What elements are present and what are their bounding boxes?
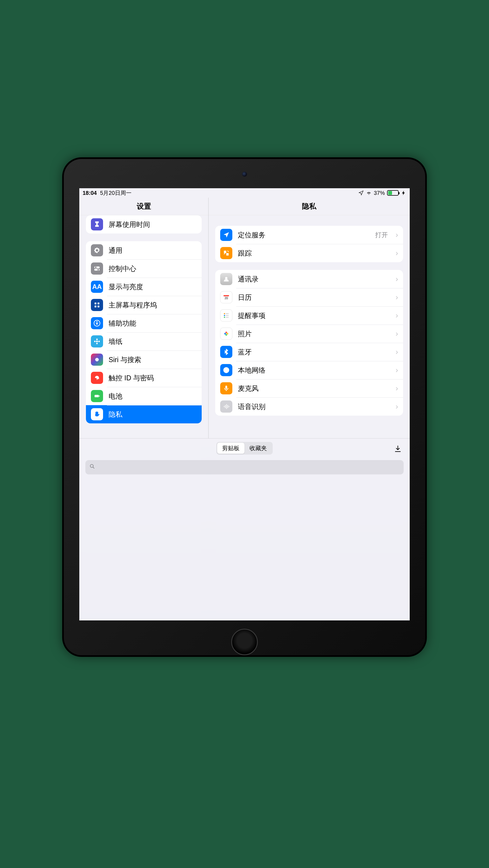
chevron-right-icon: › — [396, 384, 398, 393]
flower-icon — [91, 335, 103, 347]
panel-search-input[interactable] — [98, 464, 400, 471]
chevron-right-icon: › — [396, 275, 398, 283]
chevron-right-icon: › — [396, 311, 398, 320]
svg-point-14 — [98, 341, 100, 342]
panel-search-field[interactable] — [85, 460, 404, 474]
detail-item-local-network[interactable]: 本地网络 › — [215, 361, 403, 379]
sidebar-item-privacy[interactable]: 隐私 — [86, 405, 202, 423]
detail-item-label: 跟踪 — [238, 249, 388, 258]
chevron-right-icon: › — [396, 293, 398, 302]
waveform-icon — [220, 400, 232, 413]
detail-item-label: 本地网络 — [238, 366, 388, 375]
sidebar-group-screentime: 屏幕使用时间 — [86, 215, 202, 234]
gear-icon — [91, 244, 103, 256]
sidebar-item-screen-time[interactable]: 屏幕使用时间 — [86, 215, 202, 234]
detail-item-label: 麦克风 — [238, 384, 388, 393]
sidebar-item-label: 墙纸 — [109, 337, 197, 346]
ipad-device-frame: 18:04 5月20日周一 37% 设置 — [62, 157, 427, 657]
sidebar-item-display[interactable]: AA 显示与亮度 — [86, 278, 202, 296]
switches-icon — [91, 262, 103, 275]
svg-point-31 — [224, 333, 226, 335]
sidebar-item-label: 显示与亮度 — [109, 282, 197, 291]
battery-icon — [387, 190, 399, 196]
svg-rect-5 — [97, 303, 99, 304]
svg-rect-7 — [97, 306, 99, 307]
status-right: 37% — [358, 190, 406, 196]
svg-rect-36 — [225, 405, 226, 408]
detail-item-calendar[interactable]: 20 日历 › — [215, 288, 403, 306]
chevron-right-icon: › — [396, 329, 398, 338]
detail-item-location[interactable]: 定位服务 打开 › — [215, 226, 403, 244]
svg-rect-37 — [226, 404, 227, 409]
sidebar-item-control-center[interactable]: 控制中心 — [86, 259, 202, 278]
charging-icon — [401, 190, 406, 196]
sidebar-item-general[interactable]: 通用 — [86, 241, 202, 259]
sidebar-item-accessibility[interactable]: 辅助功能 — [86, 314, 202, 332]
tab-clipboard[interactable]: 剪贴板 — [217, 443, 244, 454]
globe-icon — [220, 364, 232, 376]
location-icon — [220, 229, 232, 241]
sidebar-item-label: Siri 与搜索 — [109, 355, 197, 364]
svg-point-9 — [96, 321, 97, 322]
detail-item-label: 语音识别 — [238, 402, 388, 411]
svg-rect-16 — [94, 395, 98, 397]
panel-segmented-control[interactable]: 剪贴板 收藏夹 — [216, 442, 273, 455]
download-icon[interactable] — [394, 445, 402, 455]
clipboard-panel: 剪贴板 收藏夹 — [79, 438, 410, 620]
svg-point-40 — [90, 465, 93, 468]
sidebar-item-home-screen[interactable]: 主屏幕与程序坞 — [86, 296, 202, 314]
sidebar-title: 设置 — [79, 197, 208, 215]
detail-item-contacts[interactable]: 通讯录 › — [215, 270, 403, 288]
device-inner: 18:04 5月20日周一 37% 设置 — [64, 159, 425, 655]
panel-header: 剪贴板 收藏夹 — [79, 439, 410, 458]
detail-group-location: 定位服务 打开 › 跟踪 › — [215, 226, 403, 262]
reminders-icon — [220, 309, 232, 321]
detail-item-label: 通讯录 — [238, 275, 388, 284]
svg-point-15 — [95, 358, 99, 362]
calendar-icon: 20 — [220, 291, 232, 303]
battery-setting-icon — [91, 390, 103, 402]
detail-item-tracking[interactable]: 跟踪 › — [215, 244, 403, 262]
detail-item-microphone[interactable]: 麦克风 › — [215, 379, 403, 397]
svg-rect-25 — [226, 313, 229, 314]
sidebar-item-siri[interactable]: Siri 与搜索 — [86, 350, 202, 369]
detail-item-speech[interactable]: 语音识别 › — [215, 397, 403, 416]
svg-point-11 — [96, 339, 97, 340]
sidebar-group-main: 通用 控制中心 AA 显示与亮度 — [86, 241, 202, 423]
detail-title: 隐私 — [209, 197, 410, 215]
svg-point-18 — [225, 277, 228, 279]
chevron-right-icon: › — [396, 347, 398, 356]
wifi-icon — [366, 190, 372, 196]
detail-item-photos[interactable]: 照片 › — [215, 324, 403, 343]
home-button[interactable] — [231, 629, 258, 655]
svg-rect-17 — [99, 396, 100, 397]
svg-rect-26 — [226, 315, 229, 316]
battery-percent: 37% — [374, 190, 385, 196]
tab-favorites[interactable]: 收藏夹 — [244, 443, 272, 454]
sidebar-item-label: 辅助功能 — [109, 319, 197, 328]
detail-group-data: 通讯录 › 20 日历 › — [215, 270, 403, 416]
microphone-icon — [220, 382, 232, 394]
sidebar-item-touchid[interactable]: 触控 ID 与密码 — [86, 369, 202, 387]
detail-item-label: 定位服务 — [238, 230, 370, 240]
svg-rect-4 — [94, 303, 96, 304]
accessibility-icon — [91, 317, 103, 329]
detail-item-label: 提醒事项 — [238, 311, 388, 320]
status-time: 18:04 — [83, 190, 97, 196]
detail-item-bluetooth[interactable]: 蓝牙 › — [215, 343, 403, 361]
detail-item-label: 蓝牙 — [238, 347, 388, 356]
sidebar-item-label: 主屏幕与程序坞 — [109, 301, 197, 310]
sidebar-item-label: 控制中心 — [109, 264, 197, 273]
sidebar-item-label: 通用 — [109, 246, 197, 255]
grid-icon — [91, 299, 103, 311]
sidebar-item-wallpaper[interactable]: 墙纸 — [86, 332, 202, 350]
text-size-icon: AA — [91, 281, 103, 293]
svg-text:20: 20 — [225, 297, 228, 300]
location-active-icon — [358, 190, 364, 196]
fingerprint-icon — [91, 372, 103, 384]
hourglass-icon — [91, 218, 103, 230]
sidebar-item-label: 隐私 — [109, 410, 197, 419]
detail-item-reminders[interactable]: 提醒事项 › — [215, 306, 403, 324]
svg-point-24 — [224, 316, 225, 318]
sidebar-item-battery[interactable]: 电池 — [86, 387, 202, 405]
